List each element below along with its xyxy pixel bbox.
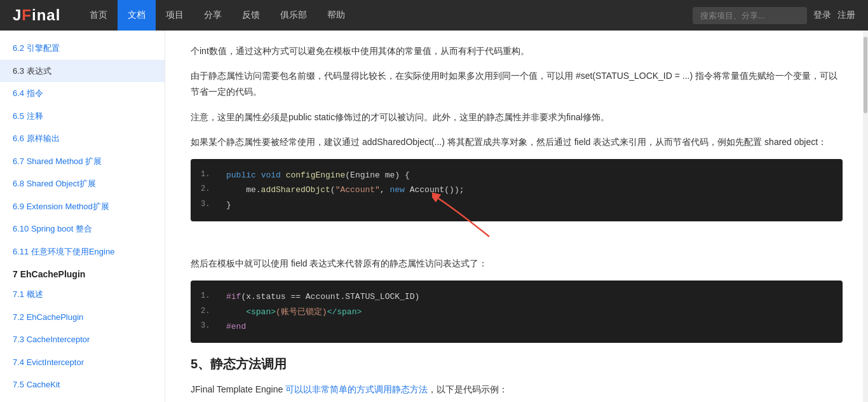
para5-suffix: ，以下是代码示例： bbox=[428, 384, 508, 394]
section-heading-5: 5、静态方法调用 bbox=[191, 356, 843, 373]
code-block-1-wrapper: 1. public void configEngine(Engine me) {… bbox=[191, 159, 843, 256]
intro-text: 个int数值，通过这种方式可以避免在模板中使用其体的常量值，从而有利于代码重构。 bbox=[191, 43, 843, 59]
line-num-3: 3. bbox=[201, 198, 216, 212]
para5: JFinal Template Engine 可以以非常简单的方式调用静态方法，… bbox=[191, 382, 843, 398]
sidebar-item-7.1[interactable]: 7.1 概述 bbox=[0, 283, 165, 306]
sidebar-item-6.10[interactable]: 6.10 Spring boot 整合 bbox=[0, 218, 165, 240]
code-content-2-1: #if(x.status == Account.STATUS_LOCK_ID) bbox=[226, 289, 419, 304]
line-num-2: 2. bbox=[201, 183, 216, 197]
nav-projects[interactable]: 项目 bbox=[156, 0, 194, 31]
code-line-2-2: 2. <span>(账号已锁定)</span> bbox=[191, 305, 843, 319]
para3: 如果某个静态属性要被经常使用，建议通过 addSharedObject(...)… bbox=[191, 134, 843, 150]
sidebar-item-7.5[interactable]: 7.5 CacheKit bbox=[0, 373, 165, 396]
line-num-1: 1. bbox=[201, 168, 216, 183]
para4: 然后在模板中就可以使用 field 表达式来代替原有的静态属性访问表达式了： bbox=[191, 256, 843, 272]
main-content: 个int数值，通过这种方式可以避免在模板中使用其体的常量值，从而有利于代码重构。… bbox=[165, 31, 868, 402]
arrow-area bbox=[191, 230, 843, 256]
code-content-1-2: me.addSharedObjct("Account", new Account… bbox=[226, 183, 465, 197]
code-line-1-2: 2. me.addSharedObjct("Account", new Acco… bbox=[191, 183, 843, 197]
para5-prefix: JFinal Template Engine bbox=[191, 384, 285, 394]
register-button[interactable]: 注册 bbox=[837, 10, 855, 21]
sidebar-item-6.6[interactable]: 6.6 原样输出 bbox=[0, 127, 165, 150]
nav-share[interactable]: 分享 bbox=[194, 0, 232, 31]
line-num-2-2: 2. bbox=[201, 305, 216, 319]
nav-links: 首页 文档 项目 分享 反馈 俱乐部 帮助 bbox=[79, 0, 693, 31]
nav-home[interactable]: 首页 bbox=[79, 0, 118, 31]
page-container: 6.2 引擎配置 6.3 表达式 6.4 指令 6.5 注释 6.6 原样输出 … bbox=[0, 31, 868, 402]
code-block-1: 1. public void configEngine(Engine me) {… bbox=[191, 159, 843, 221]
nav-feedback[interactable]: 反馈 bbox=[232, 0, 270, 31]
sidebar-item-6.11[interactable]: 6.11 任意环境下使用Engine bbox=[0, 240, 165, 263]
search-input[interactable] bbox=[693, 7, 807, 24]
sidebar-section-7: 7 EhCachePlugin bbox=[0, 263, 165, 283]
sidebar-item-6.4[interactable]: 6.4 指令 bbox=[0, 82, 165, 105]
sidebar: 6.2 引擎配置 6.3 表达式 6.4 指令 6.5 注释 6.6 原样输出 … bbox=[0, 31, 165, 402]
code-line-2-1: 1. #if(x.status == Account.STATUS_LOCK_I… bbox=[191, 289, 843, 304]
code-content-1-1: public void configEngine(Engine me) { bbox=[226, 168, 410, 183]
nav-club[interactable]: 俱乐部 bbox=[270, 0, 317, 31]
nav-search-area: 登录 注册 bbox=[693, 7, 855, 24]
sidebar-item-6.5[interactable]: 6.5 注释 bbox=[0, 105, 165, 128]
nav-help[interactable]: 帮助 bbox=[317, 0, 355, 31]
nav-docs[interactable]: 文档 bbox=[118, 0, 156, 31]
para5-link[interactable]: 可以以非常简单的方式调用静态方法 bbox=[285, 384, 428, 394]
sidebar-item-6.9[interactable]: 6.9 Extension Method扩展 bbox=[0, 195, 165, 218]
sidebar-item-6.8[interactable]: 6.8 Shared Object扩展 bbox=[0, 172, 165, 195]
arrow-annotation bbox=[432, 192, 508, 243]
code-content-2-3: #end bbox=[226, 319, 246, 334]
login-button[interactable]: 登录 bbox=[813, 10, 831, 21]
code-content-2-2: <span>(账号已锁定)</span> bbox=[226, 305, 362, 319]
sidebar-item-7.3[interactable]: 7.3 CacheInterceptor bbox=[0, 328, 165, 351]
code-line-1-1: 1. public void configEngine(Engine me) { bbox=[191, 168, 843, 183]
sidebar-item-6.7[interactable]: 6.7 Shared Method 扩展 bbox=[0, 150, 165, 173]
logo[interactable]: JFinal bbox=[13, 6, 60, 24]
code-line-2-3: 3. #end bbox=[191, 319, 843, 334]
scrollbar-thumb[interactable] bbox=[864, 37, 867, 113]
para2: 注意，这里的属性必须是public static修饰过的才可以被访问。此外，这里… bbox=[191, 109, 843, 125]
para1: 由于静态属性访问需要包名前缀，代码显得比较长，在实际使用时如果多次用到同一个值，… bbox=[191, 68, 843, 100]
code-block-2: 1. #if(x.status == Account.STATUS_LOCK_I… bbox=[191, 281, 843, 343]
sidebar-item-7.2[interactable]: 7.2 EhCachePlugin bbox=[0, 306, 165, 329]
code-line-1-3: 3. } bbox=[191, 198, 843, 212]
top-nav: JFinal 首页 文档 项目 分享 反馈 俱乐部 帮助 登录 注册 bbox=[0, 0, 868, 31]
code-content-1-3: } bbox=[226, 198, 231, 212]
scrollbar[interactable] bbox=[863, 31, 868, 402]
line-num-2-1: 1. bbox=[201, 289, 216, 304]
sidebar-item-6.2[interactable]: 6.2 引擎配置 bbox=[0, 37, 165, 60]
sidebar-item-6.3[interactable]: 6.3 表达式 bbox=[0, 60, 165, 83]
sidebar-item-7.4[interactable]: 7.4 EvictInterceptor bbox=[0, 351, 165, 374]
line-num-2-3: 3. bbox=[201, 319, 216, 334]
